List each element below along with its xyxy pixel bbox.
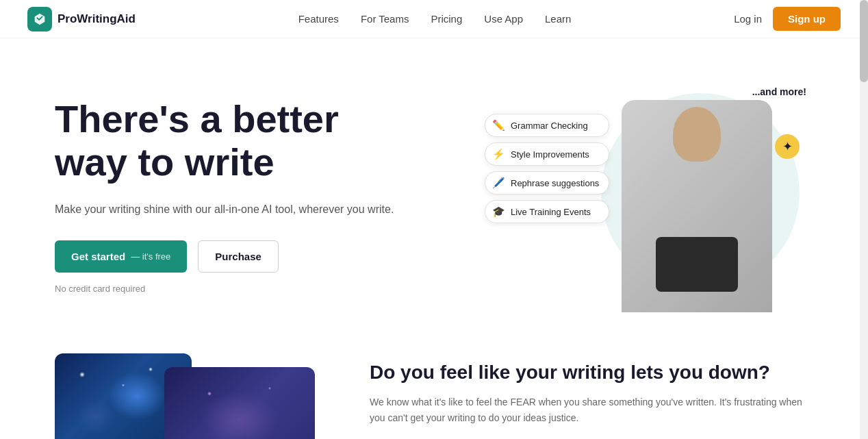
- pill-rephrase: 🖊️ Rephrase suggestions: [485, 171, 609, 195]
- purchase-button[interactable]: Purchase: [198, 240, 279, 273]
- hero-illustration: ...and more! ✦ ✏️ Grammar Checking ⚡ Sty…: [485, 79, 813, 312]
- image-box-purple: [164, 367, 315, 439]
- no-credit-label: No credit card required: [55, 284, 394, 294]
- bolt-icon: ⚡: [492, 148, 505, 160]
- nav-right: Log in Sign up: [734, 7, 841, 31]
- nav-link-use-app[interactable]: Use App: [484, 13, 523, 25]
- nav-item-for-teams[interactable]: For Teams: [361, 13, 409, 25]
- person-figure: [622, 100, 772, 312]
- nav-link-features[interactable]: Features: [298, 13, 339, 25]
- brand-name: ProWritingAid: [58, 12, 136, 26]
- nav-item-use-app[interactable]: Use App: [484, 13, 523, 25]
- pill-grammar: ✏️ Grammar Checking: [485, 114, 609, 137]
- nav-item-pricing[interactable]: Pricing: [431, 13, 462, 25]
- nav-item-learn[interactable]: Learn: [545, 13, 571, 25]
- login-button[interactable]: Log in: [734, 13, 762, 25]
- hero-left: There's a better way to write Make your …: [55, 98, 394, 293]
- nav-link-learn[interactable]: Learn: [545, 13, 571, 25]
- hero-buttons: Get started — it's free Purchase: [55, 240, 394, 273]
- nav-item-features[interactable]: Features: [298, 13, 339, 25]
- and-more-label: ...and more!: [752, 86, 806, 97]
- nav-link-pricing[interactable]: Pricing: [431, 13, 462, 25]
- star-badge: ✦: [775, 134, 800, 159]
- person-laptop: [656, 237, 738, 292]
- pill-training: 🎓 Live Training Events: [485, 200, 609, 223]
- section-title: Do you feel like your writing lets you d…: [370, 360, 813, 385]
- section-image-area: My idea in my head: [55, 353, 315, 439]
- hero-right: ...and more! ✦ ✏️ Grammar Checking ⚡ Sty…: [485, 79, 813, 312]
- hero-title: There's a better way to write: [55, 98, 394, 184]
- nav-link-for-teams[interactable]: For Teams: [361, 13, 409, 25]
- logo-area[interactable]: ProWritingAid: [27, 7, 136, 32]
- person-head: [673, 107, 721, 162]
- purple-swirl-art: [164, 367, 315, 439]
- pill-style: ⚡ Style Improvements: [485, 142, 609, 166]
- page-scrollbar[interactable]: [860, 0, 868, 439]
- hero-subtitle: Make your writing shine with our all-in-…: [55, 201, 394, 218]
- logo-icon: [27, 7, 52, 32]
- section-description: We know what it's like to feel the FEAR …: [370, 394, 813, 426]
- pencil-icon: ✏️: [492, 119, 505, 131]
- quill-icon: 🖊️: [492, 177, 505, 189]
- get-started-button[interactable]: Get started — it's free: [55, 240, 187, 273]
- scrollbar-thumb[interactable]: [860, 0, 868, 82]
- person-inner: [622, 100, 772, 312]
- navbar: ProWritingAid Features For Teams Pricing…: [0, 0, 868, 38]
- nav-links: Features For Teams Pricing Use App Learn: [298, 13, 572, 25]
- hero-section: There's a better way to write Make your …: [0, 38, 868, 340]
- signup-button[interactable]: Sign up: [773, 7, 841, 31]
- second-section: My idea in my head Do you feel like your…: [0, 340, 868, 439]
- feature-pills: ✏️ Grammar Checking ⚡ Style Improvements…: [485, 114, 609, 223]
- graduation-icon: 🎓: [492, 205, 505, 218]
- section-text: Do you feel like your writing lets you d…: [370, 353, 813, 427]
